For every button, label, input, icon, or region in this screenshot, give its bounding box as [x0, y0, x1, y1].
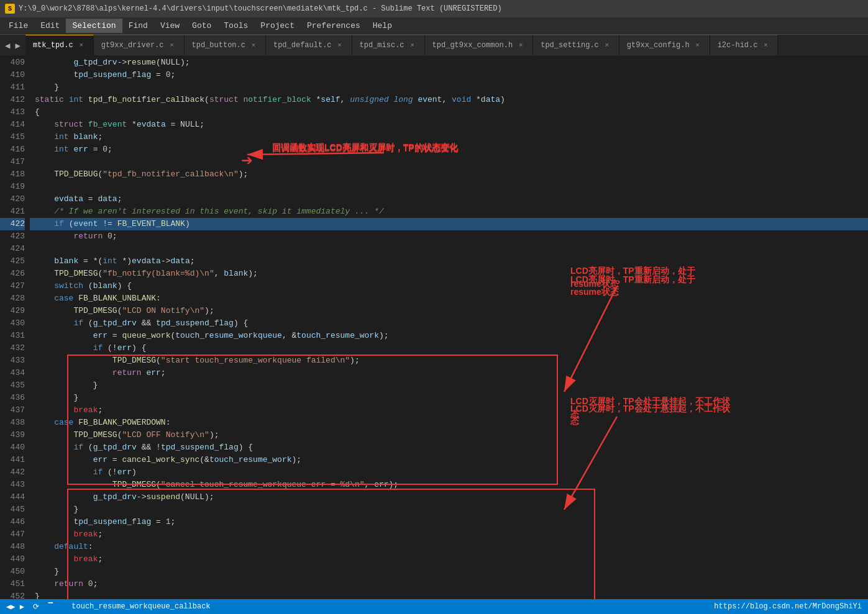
line-numbers: 409 410 411 412 413 414 415 416 417 418 … [0, 56, 30, 599]
code-line-450: } [30, 566, 868, 578]
code-line-439: TPD_DMESG("LCD OFF Notify\n"); [30, 429, 868, 441]
tab-tpd-button[interactable]: tpd_button.c × [185, 35, 266, 55]
nav-arrows: ◀ ▶ [0, 35, 25, 56]
menu-edit[interactable]: Edit [34, 19, 66, 33]
code-line-445: } [30, 503, 868, 516]
code-line-434: return err; [30, 367, 868, 379]
tab-label: tpd_default.c [273, 41, 332, 50]
code-line-430: if (g_tpd_drv && tpd_suspend_flag) { [30, 317, 868, 330]
code-line-433: TPD_DMESG("start touch_resume_workqueue … [30, 354, 868, 367]
cursor-position: ◀▶ ▶ ⟳ ▔ [6, 602, 62, 612]
code-line-422: if (event != FB_EVENT_BLANK) [30, 218, 868, 230]
tab-tpd-gt9xx-common[interactable]: tpd_gt9xx_common.h × [425, 35, 534, 55]
code-line-414: struct fb_event *evdata = NULL; [30, 119, 868, 131]
code-line-446: tpd_suspend_flag = 1; [30, 516, 868, 528]
code-line-448: default: [30, 541, 868, 553]
tab-close[interactable]: × [516, 41, 525, 50]
code-line-424 [30, 243, 868, 255]
menu-bar: File Edit Selection Find View Goto Tools… [0, 17, 868, 35]
tab-label: tpd_gt9xx_common.h [432, 41, 513, 50]
code-line-410: tpd_suspend_flag = 0; [30, 69, 868, 81]
code-line-442: if (!err) [30, 466, 868, 479]
menu-selection[interactable]: Selection [66, 19, 122, 33]
code-line-429: TPD_DMESG("LCD ON Notify\n"); [30, 305, 868, 317]
code-area[interactable]: g_tpd_drv->resume(NULL); tpd_suspend_fla… [30, 56, 868, 599]
code-line-452: } [30, 590, 868, 599]
code-line-415: int blank; [30, 131, 868, 143]
menu-goto[interactable]: Goto [186, 19, 217, 33]
code-line-449: break; [30, 553, 868, 566]
tab-tpd-setting[interactable]: tpd_setting.c × [533, 35, 619, 55]
menu-help[interactable]: Help [367, 19, 398, 33]
menu-view[interactable]: View [154, 19, 186, 33]
code-line-435: } [30, 379, 868, 392]
tab-close[interactable]: × [408, 41, 417, 50]
tab-close[interactable]: × [168, 41, 176, 50]
tab-label: tpd_button.c [192, 41, 245, 50]
tab-label: gt9xx_config.h [627, 41, 690, 50]
tab-close[interactable]: × [249, 41, 258, 50]
code-line-411: } [30, 81, 868, 94]
code-line-451: return 0; [30, 578, 868, 590]
code-line-416: int err = 0; [30, 143, 868, 156]
tab-mtk-tpd[interactable]: mtk_tpd.c × [25, 35, 94, 55]
tab-close[interactable]: × [693, 41, 702, 50]
code-line-426: TPD_DMESG("fb_notify(blank=%d)\n", blank… [30, 268, 868, 280]
tab-close[interactable]: × [77, 41, 86, 50]
tab-close[interactable]: × [603, 41, 611, 50]
editor-main: 409 410 411 412 413 414 415 416 417 418 … [0, 56, 868, 599]
code-line-428: case FB_BLANK_UNBLANK: [30, 292, 868, 305]
code-line-437: break; [30, 404, 868, 417]
code-line-440: if (g_tpd_drv && !tpd_suspend_flag) { [30, 441, 868, 454]
menu-tools[interactable]: Tools [217, 19, 254, 33]
code-line-443: TPD_DMESG("cancel touch_resume_workqueue… [30, 479, 868, 491]
nav-right-arrow[interactable]: ▶ [12, 39, 22, 52]
code-line-420: evdata = data; [30, 193, 868, 205]
menu-project[interactable]: Project [254, 19, 301, 33]
code-line-418: TPD_DEBUG("tpd_fb_notifier_callback\n"); [30, 168, 868, 181]
status-left: ◀▶ ▶ ⟳ ▔ touch_resume_workqueue_callback [6, 602, 211, 612]
code-line-419 [30, 181, 868, 193]
menu-file[interactable]: File [2, 19, 34, 33]
app-icon: S [5, 4, 15, 14]
tab-close[interactable]: × [336, 41, 344, 50]
code-line-427: switch (blank) { [30, 280, 868, 292]
code-line-432: if (!err) { [30, 342, 868, 354]
code-line-447: break; [30, 528, 868, 541]
title-bar: S Y:\9_0\work2\8788\alps\kernel-4.4\driv… [0, 0, 868, 17]
tab-gt9xx-driver[interactable]: gt9xx_driver.c × [94, 35, 185, 55]
menu-preferences[interactable]: Preferences [301, 19, 367, 33]
code-line-413: { [30, 106, 868, 119]
tab-tpd-misc[interactable]: tpd_misc.c × [352, 35, 425, 55]
blog-url: https://blog.csdn.net/MrDongShiYi [714, 602, 862, 611]
tab-label: i2c-hid.c [718, 41, 758, 50]
window-title: Y:\9_0\work2\8788\alps\kernel-4.4\driver… [19, 4, 502, 13]
status-bar: ◀▶ ▶ ⟳ ▔ touch_resume_workqueue_callback… [0, 599, 868, 614]
code-line-409: g_tpd_drv->resume(NULL); [30, 56, 868, 69]
code-line-421: /* If we aren't interested in this event… [30, 205, 868, 218]
status-info: touch_resume_workqueue_callback [71, 602, 210, 612]
code-line-438: case FB_BLANK_POWERDOWN: [30, 417, 868, 429]
tab-label: gt9xx_driver.c [101, 41, 164, 50]
tab-tpd-default[interactable]: tpd_default.c × [266, 35, 352, 55]
tab-label: tpd_misc.c [360, 41, 404, 50]
code-line-444: g_tpd_drv->suspend(NULL); [30, 491, 868, 503]
code-line-441: err = cancel_work_sync(&touch_resume_wor… [30, 454, 868, 466]
tab-gt9xx-config[interactable]: gt9xx_config.h × [619, 35, 710, 55]
tab-close[interactable]: × [761, 41, 770, 50]
tab-i2c-hid[interactable]: i2c-hid.c × [710, 35, 779, 55]
menu-find[interactable]: Find [122, 19, 154, 33]
code-line-431: err = queue_work(touch_resume_workqueue,… [30, 330, 868, 342]
code-line-417 [30, 156, 868, 168]
code-line-412: static int tpd_fb_notifier_callback(stru… [30, 94, 868, 106]
code-line-423: return 0; [30, 230, 868, 243]
status-right: https://blog.csdn.net/MrDongShiYi [714, 602, 862, 611]
tab-label: mtk_tpd.c [33, 41, 73, 50]
tab-bar: ◀ ▶ mtk_tpd.c × gt9xx_driver.c × tpd_but… [0, 35, 868, 56]
tab-label: tpd_setting.c [541, 41, 599, 50]
code-line-436: } [30, 392, 868, 404]
nav-left-arrow[interactable]: ◀ [2, 39, 12, 52]
code-line-425: blank = *(int *)evdata->data; [30, 255, 868, 268]
